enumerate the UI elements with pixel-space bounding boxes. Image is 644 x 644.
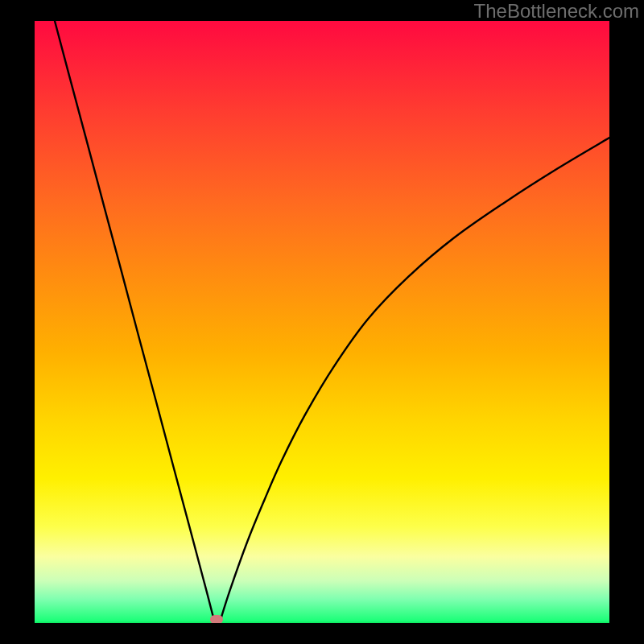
plot-area — [35, 21, 609, 623]
chart-frame: TheBottleneck.com — [0, 0, 644, 644]
curve-min-marker — [210, 615, 223, 624]
watermark-text: TheBottleneck.com — [474, 0, 639, 23]
bottleneck-curve — [35, 21, 609, 623]
